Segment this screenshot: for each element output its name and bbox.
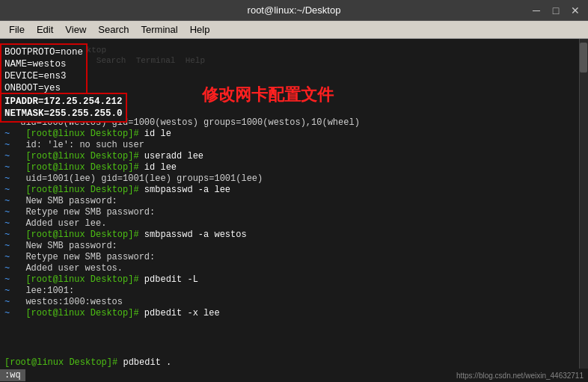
term-text-5: [root@linux Desktop]# id lee bbox=[15, 162, 177, 173]
term-text-14: Added user westos. bbox=[15, 263, 123, 274]
tilde-icon-17: ~ bbox=[4, 297, 12, 308]
term-line-10: ~ Added user lee. bbox=[4, 218, 584, 229]
bg-menu: File Edit View Search Terminal Help bbox=[7, 55, 581, 66]
bg-title: root@linux:~/Desktop bbox=[7, 45, 581, 55]
term-text-17: westos:1000:westos bbox=[15, 297, 123, 308]
term-text-18: [root@linux Desktop]# pdbedit -x lee bbox=[15, 308, 220, 319]
window-title: root@linux:~/Desktop bbox=[248, 4, 341, 16]
close-button[interactable]: ✕ bbox=[569, 4, 582, 16]
term-text-15: [root@linux Desktop]# pdbedit -L bbox=[15, 274, 198, 286]
term-line-17: ~ westos:1000:westos bbox=[4, 297, 584, 308]
tilde-icon-4: ~ bbox=[4, 151, 12, 162]
config-line-netmask: NETMASK=255.255.255.0 bbox=[4, 108, 123, 120]
tilde-icon-12: ~ bbox=[4, 241, 12, 252]
minimize-button[interactable]: ─ bbox=[530, 4, 543, 16]
tilde-icon-2: ~ bbox=[4, 129, 12, 140]
term-line-18: ~ [root@linux Desktop]# pdbedit -x lee bbox=[4, 308, 584, 319]
tilde-icon-6: ~ bbox=[4, 173, 12, 185]
term-text-8: New SMB password: bbox=[15, 196, 117, 207]
term-text-6: uid=1001(lee) gid=1001(lee) groups=1001(… bbox=[15, 173, 263, 185]
term-line-2: ~ [root@linux Desktop]# id le bbox=[4, 129, 584, 140]
config-line-device: DEVICE=ens3 bbox=[4, 70, 83, 82]
maximize-button[interactable]: □ bbox=[549, 4, 563, 16]
term-text-10: Added user lee. bbox=[15, 218, 106, 229]
term-line-9: ~ Retype new SMB password: bbox=[4, 207, 584, 218]
term-line-6: ~ uid=1001(lee) gid=1001(lee) groups=100… bbox=[4, 173, 584, 185]
term-line-15: ~ [root@linux Desktop]# pdbedit -L bbox=[4, 274, 584, 286]
config-line-name: NAME=westos bbox=[4, 58, 83, 70]
term-text-16: lee:1001: bbox=[15, 286, 74, 297]
term-line-11: ~ [root@linux Desktop]# smbpasswd -a wes… bbox=[4, 229, 584, 241]
term-text-9: Retype new SMB password: bbox=[15, 207, 155, 218]
tilde-icon-7: ~ bbox=[4, 185, 12, 196]
title-bar: root@linux:~/Desktop ─ □ ✕ bbox=[0, 0, 588, 21]
menu-bar: File Edit View Search Terminal Help bbox=[0, 21, 588, 39]
menu-search[interactable]: Search bbox=[92, 22, 135, 37]
term-line-8: ~ New SMB password: bbox=[4, 196, 584, 207]
term-line-12: ~ New SMB password: bbox=[4, 241, 584, 252]
config-line-bootproto: BOOTPROTO=none bbox=[4, 46, 83, 58]
vim-mode-indicator: :wq bbox=[0, 369, 25, 381]
menu-view[interactable]: View bbox=[59, 22, 92, 37]
term-line-14: ~ Added user westos. bbox=[4, 263, 584, 274]
config-box-top: BOOTPROTO=none NAME=westos DEVICE=ens3 O… bbox=[0, 43, 88, 97]
terminal-area[interactable]: root@linux:~/Desktop File Edit View Sear… bbox=[0, 39, 588, 382]
term-line-4: ~ [root@linux Desktop]# useradd lee bbox=[4, 151, 584, 162]
config-line-ipaddr: IPADDR=172.25.254.212 bbox=[4, 96, 123, 108]
tilde-icon-15: ~ bbox=[4, 274, 12, 286]
term-line-5: ~ [root@linux Desktop]# id lee bbox=[4, 162, 584, 173]
tilde-icon-10: ~ bbox=[4, 218, 12, 229]
term-line-7: ~ [root@linux Desktop]# smbpasswd -a lee bbox=[4, 185, 584, 196]
term-line-3: ~ id: 'le': no such user bbox=[4, 140, 584, 151]
term-text-2: [root@linux Desktop]# id le bbox=[15, 129, 171, 140]
term-text-4: [root@linux Desktop]# useradd lee bbox=[15, 151, 203, 162]
tilde-icon-13: ~ bbox=[4, 252, 12, 263]
term-text-12: New SMB password: bbox=[15, 241, 117, 252]
bottom-bar: :wq https://blog.csdn.net/weixin_4463271… bbox=[0, 369, 588, 382]
menu-terminal[interactable]: Terminal bbox=[135, 22, 184, 37]
terminal-output: ~ uid=1000(westos) gid=1000(westos) grou… bbox=[0, 117, 588, 319]
tilde-icon-3: ~ bbox=[4, 140, 12, 151]
last-line-text: [root@linux Desktop]# pdbedit . bbox=[4, 357, 171, 368]
last-terminal-line: [root@linux Desktop]# pdbedit . bbox=[4, 355, 171, 369]
tilde-icon-18: ~ bbox=[4, 308, 12, 319]
scrollbar-thumb[interactable] bbox=[580, 43, 587, 73]
tilde-icon-11: ~ bbox=[4, 229, 12, 241]
annotation-text: 修改网卡配置文件 bbox=[202, 84, 334, 106]
term-text-13: Retype new SMB password: bbox=[15, 252, 155, 263]
term-line-16: ~ lee:1001: bbox=[4, 286, 584, 297]
menu-help[interactable]: Help bbox=[184, 22, 216, 37]
watermark: https://blog.csdn.net/weixin_44632711 bbox=[456, 372, 588, 380]
term-text-7: [root@linux Desktop]# smbpasswd -a lee bbox=[15, 185, 230, 196]
tilde-icon-14: ~ bbox=[4, 263, 12, 274]
menu-edit[interactable]: Edit bbox=[31, 22, 59, 37]
menu-file[interactable]: File bbox=[3, 22, 31, 37]
config-box-lower: IPADDR=172.25.254.212 NETMASK=255.255.25… bbox=[0, 93, 127, 123]
window-controls: ─ □ ✕ bbox=[530, 4, 582, 16]
tilde-icon-5: ~ bbox=[4, 162, 12, 173]
term-text-3: id: 'le': no such user bbox=[15, 140, 144, 151]
tilde-icon-9: ~ bbox=[4, 207, 12, 218]
tilde-icon-8: ~ bbox=[4, 196, 12, 207]
term-text-11: [root@linux Desktop]# smbpasswd -a westo… bbox=[15, 229, 247, 241]
tilde-icon-16: ~ bbox=[4, 286, 12, 297]
term-line-13: ~ Retype new SMB password: bbox=[4, 252, 584, 263]
